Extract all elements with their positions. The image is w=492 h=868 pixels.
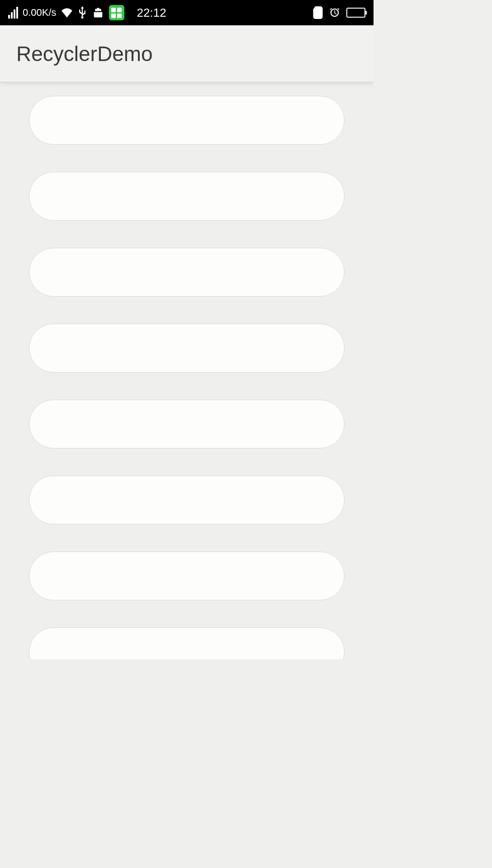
status-bar: 0.00K/s 22:12 [0, 0, 374, 25]
recycler-list[interactable] [0, 82, 374, 659]
list-item[interactable] [29, 172, 345, 221]
list-item[interactable] [29, 476, 345, 524]
wifi-icon [61, 8, 73, 18]
app-bar-title: RecyclerDemo [16, 42, 153, 66]
android-debug-icon [92, 6, 104, 19]
network-speed: 0.00K/s [23, 7, 57, 19]
list-item[interactable] [29, 248, 345, 297]
apps-tile-icon [109, 5, 124, 20]
status-bar-left: 0.00K/s 22:12 [8, 5, 166, 20]
list-item[interactable] [29, 324, 345, 373]
list-item[interactable] [29, 552, 345, 600]
status-bar-right [313, 6, 365, 19]
clock: 22:12 [137, 6, 166, 20]
list-item[interactable] [29, 400, 345, 448]
list-item[interactable] [29, 627, 345, 659]
app-bar: RecyclerDemo [0, 25, 374, 82]
sim-card-icon [313, 6, 323, 19]
list-item[interactable] [29, 96, 345, 145]
usb-icon [77, 6, 87, 19]
cell-signal-icon [8, 7, 18, 19]
battery-icon [346, 8, 365, 18]
alarm-icon [328, 6, 341, 19]
